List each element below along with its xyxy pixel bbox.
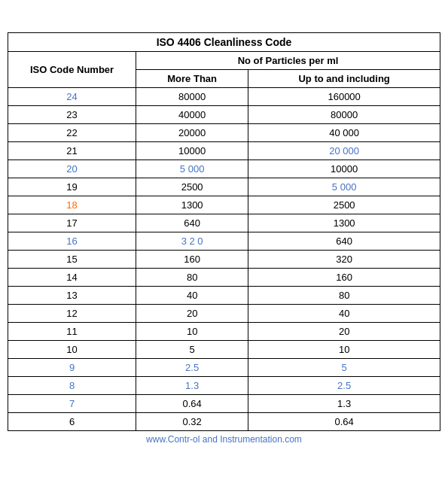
more-than-cell: 20000 [136,124,248,142]
table-row: 60.320.64 [8,413,440,431]
more-than-cell: 80 [136,269,248,287]
up-to-cell: 20 [248,323,440,341]
table-row: 211000020 000 [8,142,440,160]
up-to-cell: 640 [248,232,440,251]
iso-code-cell: 9 [8,359,136,377]
table-row: 2480000160000 [8,88,440,106]
iso-code-header: ISO Code Number [8,52,136,88]
more-than-cell: 0.32 [136,413,248,431]
table-row: 176401300 [8,214,440,232]
iso-code-cell: 8 [8,377,136,395]
up-to-cell: 40 000 [248,124,440,142]
more-than-cell: 1.3 [136,377,248,395]
more-than-header: More Than [136,70,248,88]
more-than-cell: 40 [136,287,248,305]
up-to-cell: 80000 [248,106,440,124]
table-row: 205 00010000 [8,160,440,178]
iso-table: ISO 4406 Cleanliness Code ISO Code Numbe… [8,32,440,431]
iso-code-cell: 21 [8,142,136,160]
table-row: 81.32.5 [8,377,440,395]
more-than-cell: 20 [136,305,248,323]
more-than-cell: 5 [136,341,248,359]
up-to-cell: 2.5 [248,377,440,395]
iso-code-cell: 14 [8,269,136,287]
iso-code-cell: 24 [8,88,136,106]
more-than-cell: 80000 [136,88,248,106]
iso-code-cell: 7 [8,395,136,413]
table-row: 122040 [8,305,440,323]
more-than-cell: 2500 [136,178,248,196]
more-than-cell: 5 000 [136,160,248,178]
iso-code-cell: 23 [8,106,136,124]
up-to-cell: 10000 [248,160,440,178]
more-than-cell: 1300 [136,196,248,214]
up-to-cell: 320 [248,251,440,269]
more-than-cell: 3 2 0 [136,232,248,251]
iso-code-cell: 19 [8,178,136,196]
table-row: 1925005 000 [8,178,440,196]
footer-text: www.Contr-ol and Instrumentation.com [8,434,440,445]
table-row: 10510 [8,341,440,359]
iso-code-cell: 11 [8,323,136,341]
iso-code-cell: 17 [8,214,136,232]
iso-code-cell: 16 [8,232,136,251]
up-to-cell: 1.3 [248,395,440,413]
particles-header: No of Particles per ml [136,52,440,70]
more-than-cell: 640 [136,214,248,232]
table-row: 1813002500 [8,196,440,214]
iso-code-cell: 10 [8,341,136,359]
up-to-cell: 2500 [248,196,440,214]
table-row: 222000040 000 [8,124,440,142]
more-than-cell: 10 [136,323,248,341]
up-to-cell: 1300 [248,214,440,232]
up-to-cell: 0.64 [248,413,440,431]
table-row: 15160320 [8,251,440,269]
up-to-cell: 5 000 [248,178,440,196]
up-to-cell: 5 [248,359,440,377]
table-row: 1480160 [8,269,440,287]
iso-code-cell: 12 [8,305,136,323]
iso-code-cell: 20 [8,160,136,178]
more-than-cell: 2.5 [136,359,248,377]
iso-code-cell: 13 [8,287,136,305]
table-row: 70.641.3 [8,395,440,413]
table-row: 111020 [8,323,440,341]
table-row: 234000080000 [8,106,440,124]
up-to-cell: 160 [248,269,440,287]
up-to-header: Up to and including [248,70,440,88]
up-to-cell: 20 000 [248,142,440,160]
page-wrapper: ISO 4406 Cleanliness Code ISO Code Numbe… [8,32,440,445]
table-row: 163 2 0640 [8,232,440,251]
table-main-title: ISO 4406 Cleanliness Code [8,33,440,52]
up-to-cell: 80 [248,287,440,305]
up-to-cell: 10 [248,341,440,359]
more-than-cell: 40000 [136,106,248,124]
more-than-cell: 160 [136,251,248,269]
table-row: 92.55 [8,359,440,377]
iso-code-cell: 18 [8,196,136,214]
iso-code-cell: 15 [8,251,136,269]
table-row: 134080 [8,287,440,305]
up-to-cell: 160000 [248,88,440,106]
more-than-cell: 0.64 [136,395,248,413]
iso-code-cell: 22 [8,124,136,142]
up-to-cell: 40 [248,305,440,323]
more-than-cell: 10000 [136,142,248,160]
iso-code-cell: 6 [8,413,136,431]
